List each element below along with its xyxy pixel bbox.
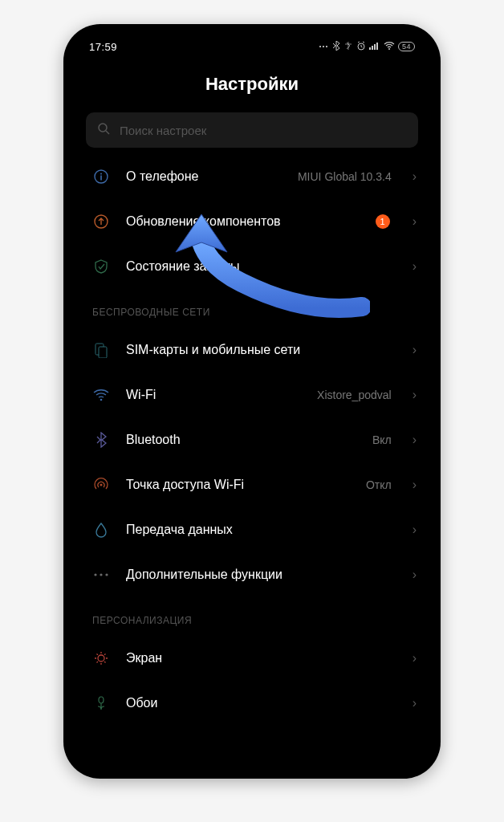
droplet-icon [92, 521, 110, 539]
svg-rect-4 [376, 43, 378, 50]
section-header-personalization: ПЕРСОНАЛИЗАЦИЯ [73, 597, 431, 636]
row-label: Обои [126, 696, 396, 710]
row-label: Дополнительные функции [126, 568, 396, 582]
sun-icon [92, 649, 110, 667]
chevron-right-icon: › [413, 523, 417, 537]
row-label: Обновление компонентов [126, 214, 360, 229]
row-value: Вкл [372, 433, 392, 446]
status-bar: 17:59 ⋯ 54 [73, 34, 431, 59]
search-box[interactable] [86, 112, 418, 148]
svg-rect-1 [369, 47, 371, 50]
alarm-icon [356, 41, 366, 53]
wifi-icon [384, 41, 395, 52]
search-icon [97, 122, 110, 138]
battery-indicator: 54 [398, 42, 415, 51]
svg-point-15 [94, 573, 96, 576]
row-label: Bluetooth [126, 433, 356, 447]
svg-rect-9 [100, 176, 102, 181]
svg-rect-12 [99, 347, 107, 358]
update-badge: 1 [376, 214, 390, 229]
hotspot-icon [92, 476, 110, 494]
page-title: Настройки [73, 59, 431, 112]
phone-frame: 17:59 ⋯ 54 [63, 24, 441, 779]
wifi-icon [92, 386, 110, 404]
bluetooth-icon [92, 431, 110, 449]
chevron-right-icon: › [413, 343, 417, 357]
row-display[interactable]: Экран › [73, 636, 431, 681]
svg-point-14 [100, 484, 103, 486]
search-input[interactable] [120, 124, 407, 137]
row-wallpaper[interactable]: Обои › [73, 681, 431, 726]
chevron-right-icon: › [413, 696, 417, 710]
svg-rect-3 [374, 44, 376, 50]
row-value: Откл [366, 478, 392, 491]
vibrate-icon [343, 41, 353, 53]
row-label: Передача данных [126, 523, 396, 537]
row-label: Точка доступа Wi-Fi [126, 478, 350, 492]
status-icons: ⋯ 54 [319, 41, 415, 53]
svg-point-5 [388, 48, 390, 50]
chevron-right-icon: › [413, 259, 417, 274]
svg-point-17 [105, 573, 108, 576]
svg-point-13 [100, 399, 103, 401]
svg-point-18 [98, 655, 104, 661]
sim-icon [92, 341, 110, 359]
status-time: 17:59 [89, 41, 117, 53]
row-label: О телефоне [126, 169, 282, 184]
svg-point-8 [100, 173, 102, 175]
chevron-right-icon: › [413, 169, 417, 184]
row-label: Экран [126, 651, 396, 665]
chevron-right-icon: › [413, 651, 417, 665]
row-label: Состояние защиты [126, 259, 396, 274]
row-about-phone[interactable]: О телефоне MIUI Global 10.3.4 › [73, 154, 431, 199]
info-icon [92, 168, 110, 185]
bluetooth-icon [332, 41, 340, 53]
row-value: MIUI Global 10.3.4 [298, 170, 392, 183]
row-label: SIM-карты и мобильные сети [126, 343, 396, 357]
row-label: Wi-Fi [126, 388, 301, 402]
row-bluetooth[interactable]: Bluetooth Вкл › [73, 417, 431, 462]
chevron-right-icon: › [413, 388, 417, 402]
screen: 17:59 ⋯ 54 [73, 34, 431, 769]
row-update-components[interactable]: Обновление компонентов 1 › [73, 199, 431, 244]
signal-icon [369, 41, 380, 52]
chevron-right-icon: › [413, 214, 417, 229]
update-icon [92, 213, 110, 230]
svg-point-6 [99, 124, 107, 132]
chevron-right-icon: › [413, 433, 417, 447]
shield-icon [92, 258, 110, 275]
chevron-right-icon: › [413, 568, 417, 582]
row-sim-cards[interactable]: SIM-карты и мобильные сети › [73, 328, 431, 372]
row-data-usage[interactable]: Передача данных › [73, 507, 431, 552]
row-wifi[interactable]: Wi-Fi Xistore_podval › [73, 372, 431, 417]
section-header-wireless: БЕСПРОВОДНЫЕ СЕТИ [73, 289, 431, 328]
row-security-status[interactable]: Состояние защиты › [73, 244, 431, 289]
chevron-right-icon: › [413, 478, 417, 492]
svg-point-16 [100, 573, 102, 576]
svg-rect-2 [372, 46, 373, 50]
row-value: Xistore_podval [317, 389, 392, 401]
flower-icon [92, 694, 110, 712]
more-horizontal-icon [92, 566, 110, 584]
row-hotspot[interactable]: Точка доступа Wi-Fi Откл › [73, 462, 431, 507]
row-more-functions[interactable]: Дополнительные функции › [73, 552, 431, 597]
more-icon: ⋯ [319, 41, 329, 52]
